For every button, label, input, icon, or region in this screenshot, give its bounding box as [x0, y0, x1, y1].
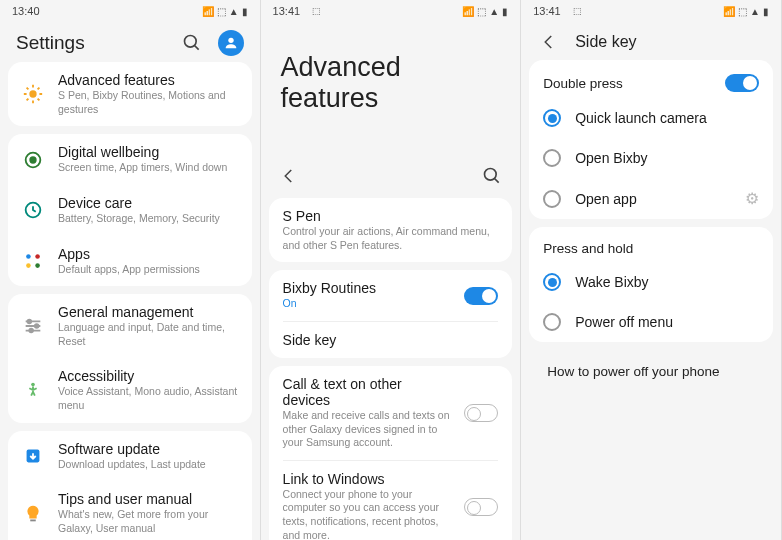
battery-icon: ▮	[763, 6, 769, 17]
status-bar: 13:41 ⬚ 📶 ⬚ ▲ ▮	[261, 0, 521, 22]
page-title: Advanced features	[261, 22, 521, 154]
battery-icon: ▮	[242, 6, 248, 17]
status-time: 13:41	[533, 5, 561, 17]
svg-point-0	[184, 36, 196, 48]
apps-icon	[22, 250, 44, 272]
vibrate-icon: 📶	[202, 6, 214, 17]
svg-point-7	[26, 254, 31, 259]
item-subtitle: Control your air actions, Air command me…	[283, 225, 499, 252]
item-title: Link to Windows	[283, 471, 451, 487]
settings-item-digital-wellbeing[interactable]: Digital wellbeing Screen time, App timer…	[8, 134, 252, 185]
phone-screen-side-key: 13:41 ⬚ 📶 ⬚ ▲ ▮ Side key Double press	[521, 0, 782, 540]
option-open-app[interactable]: Open app ⚙	[529, 178, 773, 219]
item-subtitle: Download updates, Last update	[58, 458, 238, 472]
svg-point-2	[228, 38, 233, 43]
radio-icon	[543, 273, 561, 291]
item-s-pen[interactable]: S Pen Control your air actions, Air comm…	[269, 198, 513, 262]
option-label: Power off menu	[575, 314, 759, 330]
wifi-icon: ⬚	[477, 6, 486, 17]
back-button[interactable]	[537, 30, 561, 54]
item-title: Apps	[58, 246, 238, 262]
item-title: Advanced features	[58, 72, 238, 88]
settings-item-accessibility[interactable]: Accessibility Voice Assistant, Mono audi…	[8, 358, 252, 422]
option-open-bixby[interactable]: Open Bixby	[529, 138, 773, 178]
item-title: Digital wellbeing	[58, 144, 238, 160]
accessibility-icon	[22, 380, 44, 402]
svg-point-17	[31, 382, 35, 386]
side-key-header: Side key	[521, 22, 781, 60]
item-subtitle: Default apps, App permissions	[58, 263, 238, 277]
settings-item-apps[interactable]: Apps Default apps, App permissions	[8, 236, 252, 287]
advanced-features-list: S Pen Control your air actions, Air comm…	[261, 198, 521, 540]
bixby-routines-toggle[interactable]	[464, 287, 498, 305]
item-subtitle: Make and receive calls and texts on othe…	[283, 409, 451, 450]
item-subtitle: Voice Assistant, Mono audio, Assistant m…	[58, 385, 238, 412]
item-title: Bixby Routines	[283, 280, 451, 296]
item-side-key[interactable]: Side key	[269, 322, 513, 358]
link-windows-toggle[interactable]	[464, 498, 498, 516]
phone-screen-advanced-features: 13:41 ⬚ 📶 ⬚ ▲ ▮ Advanced features S Pen …	[261, 0, 522, 540]
status-bar: 13:41 ⬚ 📶 ⬚ ▲ ▮	[521, 0, 781, 22]
radio-icon	[543, 313, 561, 331]
item-title: Side key	[283, 332, 499, 348]
account-avatar[interactable]	[218, 30, 244, 56]
settings-header: Settings	[0, 22, 260, 62]
general-icon	[22, 315, 44, 337]
svg-point-8	[35, 254, 40, 259]
radio-icon	[543, 190, 561, 208]
signal-icon: ▲	[489, 6, 499, 17]
page-title: Settings	[16, 32, 85, 54]
svg-point-5	[30, 157, 36, 163]
how-to-power-off-link[interactable]: How to power off your phone	[529, 350, 773, 393]
option-quick-launch-camera[interactable]: Quick launch camera	[529, 98, 773, 138]
status-bar: 13:40 📶 ⬚ ▲ ▮	[0, 0, 260, 22]
wellbeing-icon	[22, 149, 44, 171]
item-subtitle: On	[283, 297, 451, 311]
svg-point-9	[26, 263, 31, 268]
double-press-toggle[interactable]	[725, 74, 759, 92]
wifi-icon: ⬚	[217, 6, 226, 17]
settings-item-device-care[interactable]: Device care Battery, Storage, Memory, Se…	[8, 185, 252, 236]
svg-rect-19	[30, 519, 36, 521]
battery-icon: ▮	[502, 6, 508, 17]
status-time: 13:41	[273, 5, 301, 17]
call-text-toggle[interactable]	[464, 404, 498, 422]
option-label: Open app	[575, 191, 731, 207]
section-title: Double press	[543, 76, 623, 91]
vibrate-icon: 📶	[462, 6, 474, 17]
settings-item-general-management[interactable]: General management Language and input, D…	[8, 294, 252, 358]
screenshot-icon: ⬚	[312, 6, 321, 16]
signal-icon: ▲	[750, 6, 760, 17]
item-title: Accessibility	[58, 368, 238, 384]
item-subtitle: Battery, Storage, Memory, Security	[58, 212, 238, 226]
item-subtitle: Language and input, Date and time, Reset	[58, 321, 238, 348]
item-subtitle: What's new, Get more from your Galaxy, U…	[58, 508, 238, 535]
item-subtitle: S Pen, Bixby Routines, Motions and gestu…	[58, 89, 238, 116]
wifi-icon: ⬚	[738, 6, 747, 17]
settings-list: Advanced features S Pen, Bixby Routines,…	[0, 62, 260, 540]
svg-point-14	[28, 320, 32, 324]
option-wake-bixby[interactable]: Wake Bixby	[529, 262, 773, 302]
item-subtitle: Connect your phone to your computer so y…	[283, 488, 451, 540]
status-time: 13:40	[12, 5, 40, 17]
search-icon[interactable]	[180, 31, 204, 55]
item-link-to-windows[interactable]: Link to Windows Connect your phone to yo…	[269, 461, 513, 540]
status-icons: 📶 ⬚ ▲ ▮	[723, 6, 769, 17]
status-icons: 📶 ⬚ ▲ ▮	[202, 6, 248, 17]
settings-item-advanced-features[interactable]: Advanced features S Pen, Bixby Routines,…	[8, 62, 252, 126]
option-power-off-menu[interactable]: Power off menu	[529, 302, 773, 342]
radio-icon	[543, 109, 561, 127]
option-label: Wake Bixby	[575, 274, 759, 290]
search-icon[interactable]	[480, 164, 504, 188]
item-bixby-routines[interactable]: Bixby Routines On	[269, 270, 513, 321]
item-call-text-other-devices[interactable]: Call & text on other devices Make and re…	[269, 366, 513, 460]
settings-item-tips-manual[interactable]: Tips and user manual What's new, Get mor…	[8, 481, 252, 540]
item-title: Call & text on other devices	[283, 376, 451, 408]
tips-icon	[22, 503, 44, 525]
item-title: Software update	[58, 441, 238, 457]
advanced-icon	[22, 83, 44, 105]
item-title: Device care	[58, 195, 238, 211]
settings-item-software-update[interactable]: Software update Download updates, Last u…	[8, 431, 252, 482]
gear-icon[interactable]: ⚙	[745, 189, 759, 208]
back-button[interactable]	[277, 164, 301, 188]
